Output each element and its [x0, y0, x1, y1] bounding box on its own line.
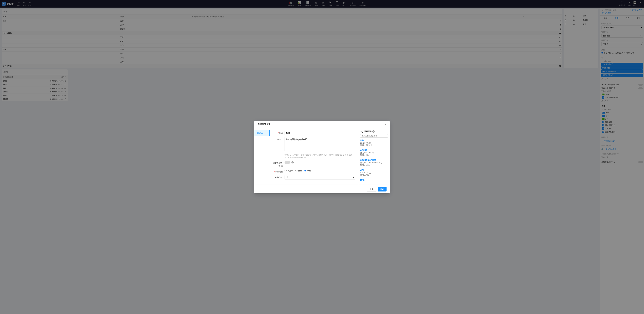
aggregate-row: 标记为聚合字 段 i: [273, 161, 355, 167]
modal-form: 名称 表达式 1 SUM({价格}-{成本}) 可通过输入↓下划线，唤出列表来插…: [270, 128, 358, 185]
aggregate-toggle-switch[interactable]: [284, 161, 290, 164]
aggregate-info-icon: i: [292, 161, 294, 163]
name-input[interactable]: [284, 131, 355, 135]
modal-tab-expression[interactable]: 表达式: [254, 130, 270, 136]
sql-func-avg-usage: 用法：AVG(x): [360, 171, 388, 174]
name-label: 名称: [273, 131, 283, 134]
type-decimal-label: 小数: [307, 169, 311, 172]
sql-title-text: SQL常用函数: [360, 130, 372, 133]
type-integer[interactable]: 整数: [296, 169, 302, 172]
aggregate-toggle-area: i: [284, 161, 294, 164]
sql-func-avg-detail: 用法：AVG(x) 说明：均值: [360, 171, 388, 176]
decimal-label: 小数位数: [273, 175, 283, 179]
sql-func-max: MAX: [360, 179, 388, 181]
sql-functions-panel: SQL常用函数 ? SUM 用法：SUM(x) 说明：累加求和 COUNT: [358, 128, 390, 185]
aggregate-sublabel: 段: [281, 165, 283, 167]
modal-left-tabs: 表达式: [254, 128, 270, 185]
type-string[interactable]: 字符串: [284, 169, 293, 172]
sql-search-input[interactable]: [360, 134, 388, 138]
sql-func-count-name[interactable]: COUNT: [360, 149, 388, 151]
modal-title: 新建计算度量: [258, 123, 271, 126]
sql-func-max-name[interactable]: MAX: [360, 179, 388, 181]
sql-func-sum-name[interactable]: SUM: [360, 139, 388, 141]
sql-func-sum-usage-text: 用法：SUM(x): [360, 142, 388, 144]
name-row: 名称: [273, 131, 355, 135]
sql-help-icon: ?: [372, 130, 374, 133]
sql-func-count-distinct-name[interactable]: COUNT DISTINCT: [360, 159, 388, 161]
modal-close-button[interactable]: ✕: [384, 123, 386, 126]
confirm-button[interactable]: 确认: [378, 187, 386, 191]
sql-func-count: COUNT 用法：COUNT(x) 说明：计数: [360, 149, 388, 156]
sql-func-count-desc: 说明：计数: [360, 154, 388, 156]
sql-func-avg-name[interactable]: AVG: [360, 169, 388, 171]
type-string-label: 字符串: [287, 169, 293, 172]
modal-body: 表达式 名称 表达式 1 SUM({价格}-{成本}): [254, 128, 390, 185]
sql-func-count-usage: 用法：COUNT(x): [360, 152, 388, 154]
expr-container: 1 SUM({价格}-{成本}): [284, 137, 355, 152]
aggregate-label: 标记为聚合字 段: [273, 161, 283, 167]
sql-func-avg: AVG 用法：AVG(x) 说明：均值: [360, 169, 388, 176]
sql-func-count-distinct-detail: 用法：COUNT(DISTINCT x) 说明：去重计数: [360, 162, 388, 166]
modal-header: 新建计算度量 ✕: [254, 121, 390, 128]
sql-func-avg-desc: 说明：均值: [360, 174, 388, 176]
form-hint: 可通过输入↓下划线，唤出列表来插入维度或度量字段名 计算字段只需要写SQL表达式…: [284, 154, 355, 159]
sql-func-count-detail: 用法：COUNT(x) 说明：计数: [360, 152, 388, 156]
cancel-button[interactable]: 取消: [367, 187, 376, 191]
decimal-row: 小数位数 自动: [273, 175, 355, 180]
modal-footer: 取消 确认: [254, 185, 390, 193]
hint-row: 可通过输入↓下划线，唤出列表来插入维度或度量字段名 计算字段只需要写SQL表达式…: [273, 154, 355, 159]
modal-overlay: 新建计算度量 ✕ 表达式 名称 表达式 1: [0, 0, 644, 314]
decimal-select-area: 自动: [284, 175, 355, 180]
data-type-options: 字符串 整数 小数: [284, 169, 311, 172]
sql-title: SQL常用函数 ?: [360, 130, 388, 133]
data-type-label: 数据类型: [273, 169, 283, 173]
decimal-select[interactable]: 自动: [284, 175, 355, 180]
expr-textarea[interactable]: [284, 137, 355, 151]
expr-row: 表达式 1 SUM({价格}-{成本}): [273, 137, 355, 152]
sql-func-sum-desc: 说明：累加求和: [360, 144, 388, 146]
sql-func-sum-usage: 用法：SUM(x) 说明：累加求和: [360, 142, 388, 146]
type-decimal[interactable]: 小数: [304, 169, 311, 172]
hint-spacer: [273, 154, 283, 155]
modal-dialog: 新建计算度量 ✕ 表达式 名称 表达式 1: [254, 121, 390, 193]
data-type-row: 数据类型 字符串 整数 小数: [273, 169, 355, 173]
expr-label: 表达式: [273, 137, 283, 141]
sql-func-sum: SUM 用法：SUM(x) 说明：累加求和: [360, 139, 388, 146]
sql-func-count-distinct: COUNT DISTINCT 用法：COUNT(DISTINCT x) 说明：去…: [360, 159, 388, 166]
sql-func-count-distinct-desc: 说明：去重计数: [360, 164, 388, 166]
type-integer-label: 整数: [298, 169, 302, 172]
sql-func-count-distinct-usage: 用法：COUNT(DISTINCT x): [360, 162, 388, 164]
